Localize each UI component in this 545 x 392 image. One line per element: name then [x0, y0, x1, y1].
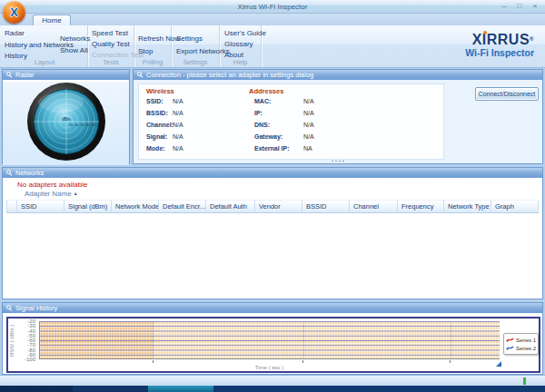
mac-value: N/A [303, 98, 314, 104]
ip-value: N/A [303, 110, 314, 116]
series-1-line-icon [506, 337, 514, 343]
channel-label: Channel: [146, 122, 173, 128]
taskbar [0, 386, 545, 392]
window-controls: – □ × [500, 1, 540, 11]
chart-vertical-gridline [451, 321, 451, 358]
ribbon-group-settings: Settings Export Networks Settings [172, 25, 220, 67]
close-icon[interactable]: × [530, 1, 540, 11]
ribbon-tab-row: Home [0, 14, 545, 25]
chart-major-gridlines [40, 321, 500, 358]
radar-units-label: dBm [62, 117, 71, 122]
external-ip-label: External IP: [254, 145, 290, 152]
brand-wordmark: XIRRUS® [472, 33, 534, 46]
ribbon-group-caption-help: Help [220, 58, 261, 66]
dns-label: DNS: [254, 122, 270, 128]
xirrus-brand-logo: XIRRUS® Wi-Fi Inspector [465, 32, 534, 58]
ribbon-item-glossary[interactable]: Glossary [224, 40, 253, 48]
external-ip-value: NA [303, 145, 312, 152]
column-header-bssid[interactable]: BSSID [302, 200, 350, 213]
ribbon-item-quality-test[interactable]: Quality Test [92, 40, 130, 48]
signal-value: N/A [173, 133, 183, 140]
panel-signal-history: Signal History RSSI ( dBm ) -20 -30 -40 … [2, 302, 543, 375]
brand-tagline: Wi-Fi Inspector [465, 47, 534, 58]
radar-scope-icon: dBm -50 -60 -70 -80 -90 [26, 82, 106, 162]
column-header-network-mode[interactable]: Network Mode [112, 200, 159, 213]
taskbar-segment[interactable] [73, 386, 148, 392]
connection-body: Wireless SSID: N/A BSSID: N/A Channel: N… [134, 80, 542, 163]
ribbon-item-speed-test[interactable]: Speed Test [92, 29, 128, 37]
column-header-gutter[interactable] [6, 200, 17, 213]
signal-label: Signal: [146, 133, 167, 140]
wireless-section-header: Wireless [146, 87, 174, 95]
gateway-label: Gateway: [254, 133, 282, 140]
ribbon-group-help: User's Guide Glossary About Help [220, 25, 262, 67]
taskbar-segment[interactable] [213, 386, 545, 392]
column-header-network-type[interactable]: Network Type [444, 200, 491, 213]
taskbar-segment-active[interactable] [148, 386, 213, 392]
y-axis-label: RSSI ( dBm ) [8, 322, 15, 358]
signal-history-body: RSSI ( dBm ) -20 -30 -40 -50 -60 -70 -80… [3, 313, 542, 374]
connect-disconnect-button[interactable]: Connect/Disconnect [475, 87, 539, 101]
app-logo-icon[interactable]: X [3, 1, 25, 24]
adapter-name-sort[interactable]: Adapter Name ▲ [25, 190, 78, 198]
networks-table-header: SSID Signal (dBm) Network Mode Default E… [6, 200, 539, 213]
column-header-vendor[interactable]: Vendor [255, 200, 302, 213]
column-header-default-auth[interactable]: Default Auth [206, 200, 255, 213]
panel-signal-history-header[interactable]: Signal History [3, 303, 542, 313]
legend-item-series-1[interactable]: Series 1 [506, 336, 537, 344]
gateway-value: N/A [303, 133, 314, 140]
column-header-frequency[interactable]: Frequency [398, 200, 444, 213]
chart-vertical-gridline [303, 321, 304, 358]
status-bar [0, 375, 545, 386]
sort-ascending-icon: ▲ [74, 191, 78, 196]
ribbon-group-caption-polling: Polling [134, 58, 171, 66]
maximize-icon[interactable]: □ [515, 1, 524, 11]
ribbon-group-caption-layout: Layout [2, 58, 87, 66]
panel-radar-header[interactable]: Radar [3, 70, 129, 80]
signal-history-chart: RSSI ( dBm ) -20 -30 -40 -50 -60 -70 -80… [6, 317, 540, 373]
radar-display: dBm -50 -60 -70 -80 -90 [3, 82, 129, 165]
column-header-graph[interactable]: Graph [491, 200, 539, 213]
series-2-line-icon [506, 345, 514, 351]
panel-connection-header[interactable]: Connection - please select an adapter in… [134, 70, 542, 80]
ribbon-item-networks[interactable]: Networks [60, 34, 90, 43]
column-header-channel[interactable]: Channel [350, 200, 398, 213]
mac-label: MAC: [254, 98, 271, 104]
panel-splitter-handle[interactable] [331, 160, 345, 162]
panel-radar: Radar [2, 69, 130, 164]
column-header-signal[interactable]: Signal (dBm) [64, 200, 112, 213]
ribbon-item-stop[interactable]: Stop [138, 47, 153, 55]
ip-label: IP: [254, 110, 263, 116]
connection-info-box: Wireless SSID: N/A BSSID: N/A Channel: N… [138, 83, 444, 160]
x-tick-mark [153, 360, 154, 363]
ribbon-item-users-guide[interactable]: User's Guide [224, 29, 266, 37]
panel-networks: Networks No adapters available Adapter N… [2, 167, 543, 299]
legend-item-series-2[interactable]: Series 2 [506, 344, 537, 352]
dns-value: N/A [303, 122, 314, 128]
taskbar-segment[interactable] [0, 386, 73, 392]
column-header-default-encr[interactable]: Default Encr... [159, 200, 206, 213]
panel-networks-header[interactable]: Networks [3, 168, 542, 178]
minimize-icon[interactable]: – [500, 1, 509, 11]
ribbon-group-layout: Radar History and Networks History Netwo… [2, 25, 88, 67]
no-adapters-message: No adapters available [17, 181, 87, 189]
addresses-section-header: Addresses [249, 87, 283, 95]
tab-home[interactable]: Home [33, 15, 71, 25]
channel-value: N/A [173, 122, 183, 128]
ribbon-item-settings[interactable]: Settings [176, 34, 203, 43]
chart-resize-grip [496, 361, 501, 367]
panel-pin-icon [6, 72, 13, 78]
ribbon-item-radar[interactable]: Radar [5, 29, 25, 37]
x-tick-mark [302, 360, 303, 363]
panel-pin-icon [6, 170, 13, 176]
x-tick-mark [450, 360, 451, 363]
column-header-ssid[interactable]: SSID [17, 200, 64, 213]
mode-label: Mode: [146, 145, 165, 152]
panel-pin-icon [6, 305, 13, 311]
mode-value: N/A [173, 145, 183, 152]
ribbon-item-show-all[interactable]: Show All [60, 46, 88, 54]
networks-body: No adapters available Adapter Name ▲ SSI… [3, 178, 542, 299]
y-tick-label: -100 [15, 357, 35, 362]
radar-scale-labels: -50 -60 -70 -80 -90 [68, 123, 95, 127]
ribbon: Radar History and Networks History Netwo… [0, 25, 545, 68]
